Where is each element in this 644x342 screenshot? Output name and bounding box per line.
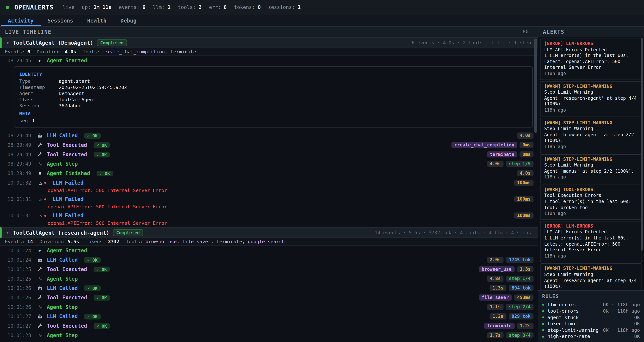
timeline-event[interactable]: 10:01:25Agent Step4.8sstep 1/4 (0, 274, 538, 283)
footprints-icon (34, 333, 45, 338)
robot-icon (34, 257, 45, 263)
duration-badge: 4.0s (517, 170, 534, 176)
header-stats: live up:1m 11sevents:6llm:1tools:2err:0t… (62, 4, 301, 10)
alert-card[interactable]: [ERROR] LLM-ERRORSLLM API Errors Detecte… (540, 38, 642, 80)
ok-badge: ✓ OK (94, 266, 110, 272)
summary-label: Duration: (37, 49, 62, 54)
stat-value: 2 (199, 4, 202, 10)
duration-badge: 0ms (520, 151, 534, 158)
tab-health[interactable]: Health (80, 15, 113, 26)
alert-rule-label: [ERROR] LLM-ERRORS (544, 41, 638, 47)
alert-card[interactable]: [ERROR] LLM-ERRORSLLM API Errors Detecte… (540, 221, 642, 262)
alert-rule-label: [ERROR] LLM-ERRORS (544, 223, 638, 229)
event-time: 10:01:24 (6, 257, 31, 263)
timeline-events: ▼ToolCallAgent (DemoAgent)Completed6 eve… (0, 37, 538, 342)
warning-icon: ⚠● (34, 178, 51, 187)
agent-group-header[interactable]: ▼ToolCallAgent (DemoAgent)Completed6 eve… (0, 37, 538, 48)
footprints-icon (34, 161, 45, 167)
alerts-panel: ALERTS [ERROR] LLM-ERRORSLLM API Errors … (538, 27, 644, 342)
alert-body: Agent 'research-agent' at step 4/4 (100%… (544, 95, 638, 107)
alert-age: 118h ago (544, 174, 638, 180)
stat-value: 6 (142, 4, 145, 10)
duration-badge: 0ms (520, 142, 534, 148)
timeline-event[interactable]: 10:01:32⚠●LLM Failed100msopenai.APIError… (0, 178, 538, 194)
timeline-scrollbar-thumb[interactable] (534, 38, 537, 133)
step-badge: step 2/4 (506, 304, 534, 310)
duration-badge: 4.0s (487, 161, 504, 167)
summary-value: 14 (28, 239, 33, 244)
duration-badge: 1.2s (517, 323, 534, 329)
rule-status: OK (634, 334, 640, 339)
timeline-event[interactable]: 08:29:49■Agent Finished✓ OK4.0s (0, 169, 538, 178)
alert-title: Step Limit Warning (544, 163, 638, 169)
main-content: LIVE TIMELINE 80 ▼ToolCallAgent (DemoAge… (0, 27, 644, 342)
detail-value: 367dabee (59, 103, 82, 109)
event-count: 80 (523, 27, 533, 37)
tool-name-badge: file_saver (479, 295, 512, 301)
summary-label: Tools: (83, 49, 100, 54)
timeline-event[interactable]: 10:01:25Tool Executed✓ OKbrowser_use1.3s (0, 265, 538, 274)
event-time: 10:01:25 (6, 276, 31, 282)
duration-badge: 453ms (514, 295, 534, 301)
alert-card[interactable]: [WARN] STEP-LIMIT-WARNINGStep Limit Warn… (540, 81, 642, 116)
alerts-panel-header: ALERTS (538, 27, 644, 37)
alert-card[interactable]: [WARN] TOOL-ERRORSTool Execution Errors1… (540, 184, 642, 220)
alert-age: 118h ago (544, 144, 638, 150)
status-badge: Completed (113, 229, 143, 236)
timeline-event[interactable]: 08:29:49Tool Executed✓ OKcreate_chat_com… (0, 140, 538, 150)
agent-group-header[interactable]: ▼ToolCallAgent (research-agent)Completed… (0, 227, 538, 238)
alerts-scrollbar-thumb[interactable] (641, 38, 643, 251)
alert-rule-label: [WARN] STEP-LIMIT-WARNING (544, 266, 638, 272)
tab-activity[interactable]: Activity (1, 15, 40, 26)
timeline-event[interactable]: 08:29:49LLM Called✓ OK4.0s (0, 131, 538, 140)
alert-title: Tool Execution Errors (544, 193, 638, 199)
alert-title: Step Limit Warning (544, 90, 638, 95)
ok-badge: ✓ OK (97, 171, 113, 176)
stat-value: 1 (298, 4, 301, 10)
alert-rule-label: [WARN] STEP-LIMIT-WARNING (544, 84, 638, 90)
ok-badge: ✓ OK (94, 142, 110, 148)
stat-label: llm: (153, 4, 165, 10)
alert-card[interactable]: [WARN] STEP-LIMIT-WARNINGStep Limit Warn… (540, 154, 642, 183)
tab-debug[interactable]: Debug (114, 15, 144, 26)
event-title: Agent Step (47, 332, 78, 338)
detail-row: AgentDemoAgent (20, 91, 527, 97)
timeline-event[interactable]: 10:01:26Agent Step1.1sstep 2/4 (0, 302, 538, 312)
timeline-event[interactable]: 10:01:26LLM Called✓ OK1.3s894 tok (0, 283, 538, 293)
timeline-event[interactable]: 08:29:49Tool Executed✓ OKterminate0ms (0, 150, 538, 159)
header-stat: err:0 (209, 4, 226, 10)
event-time: 08:29:49 (6, 133, 31, 139)
robot-icon (34, 133, 45, 139)
wrench-icon (34, 152, 45, 157)
warning-icon: ⚠● (34, 211, 51, 220)
timeline-event[interactable]: 10:01:28LLM Called✓ OK1.2s264 tok (0, 340, 538, 342)
timeline-event[interactable]: 10:01:24▶Agent Started (0, 246, 538, 255)
alert-title: LLM API Errors Detected (544, 229, 638, 235)
timeline-event[interactable]: 10:01:26Tool Executed✓ OKfile_saver453ms (0, 293, 538, 302)
timeline-event[interactable]: 10:01:31⚠●LLM Failed100msopenai.APIError… (0, 194, 538, 211)
stat-value: 0 (258, 4, 261, 10)
timeline-event[interactable]: 08:29:45▶Agent Started (0, 56, 538, 65)
alert-rule-label: [WARN] STEP-LIMIT-WARNING (544, 120, 638, 126)
summary-value: 3732 (108, 239, 119, 244)
timeline-event[interactable]: 10:01:31⚠●LLM Failed100msopenai.APIError… (0, 211, 538, 227)
ok-badge: ✓ OK (94, 152, 110, 157)
timeline-event[interactable]: 10:01:27Tool Executed✓ OKterminate1.2s (0, 321, 538, 331)
event-time: 10:01:26 (6, 295, 31, 301)
rule-status-dot: ● (542, 321, 544, 327)
alert-body: Agent 'research-agent' at step 4/4 (100%… (544, 278, 638, 290)
timeline-panel: LIVE TIMELINE 80 ▼ToolCallAgent (DemoAge… (0, 27, 538, 342)
alert-card[interactable]: [WARN] STEP-LIMIT-WARNINGStep Limit Warn… (540, 118, 642, 153)
timeline-event[interactable]: 08:29:49Agent Step4.0sstep 1/5 (0, 159, 538, 169)
rule-status: OK · 118h ago (603, 327, 640, 333)
timeline-event[interactable]: 10:01:27LLM Called✓ OK1.2s829 tok (0, 312, 538, 321)
event-title: LLM Called (47, 285, 78, 291)
duration-badge: 100ms (514, 196, 534, 202)
rule-status-dot: ● (542, 308, 544, 314)
token-badge: 894 tok (509, 285, 534, 291)
timeline-event[interactable]: 10:01:28Agent Step1.7sstep 3/4 (0, 331, 538, 340)
alert-age: 118h ago (544, 211, 638, 217)
tab-sessions[interactable]: Sessions (40, 15, 80, 26)
timeline-event[interactable]: 10:01:24LLM Called✓ OK2.0s1745 tok (0, 255, 538, 265)
play-icon: ▶ (34, 56, 45, 65)
